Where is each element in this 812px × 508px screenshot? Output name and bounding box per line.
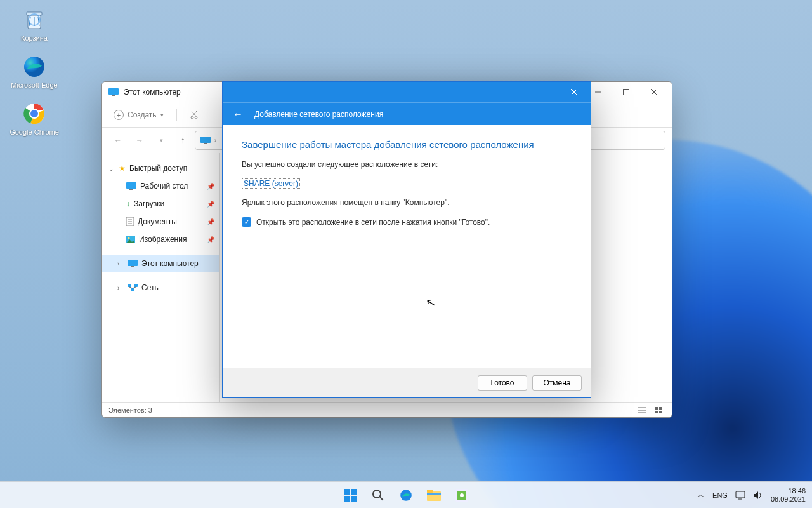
pin-icon: 📌 — [207, 201, 214, 208]
svg-point-13 — [191, 116, 193, 119]
plus-icon: + — [114, 110, 124, 120]
desktop-icon-chrome[interactable]: Google Chrome — [8, 100, 61, 136]
open-after-finish-label: Открыть это расположение в сети после на… — [256, 218, 490, 227]
sidebar-item-documents[interactable]: Документы 📌 — [102, 213, 219, 231]
taskbar-clock[interactable]: 18:46 08.09.2021 — [771, 487, 806, 503]
svg-line-48 — [380, 497, 383, 500]
taskbar-edge[interactable] — [395, 484, 417, 507]
desktop-icon-label: Microsoft Edge — [11, 81, 57, 89]
svg-rect-30 — [134, 284, 138, 287]
svg-point-26 — [128, 237, 130, 239]
svg-line-16 — [192, 111, 197, 116]
wizard-titlebar[interactable] — [223, 82, 591, 102]
sidebar-item-this-pc[interactable]: › Этот компьютер — [102, 255, 219, 272]
svg-line-32 — [129, 287, 133, 288]
svg-point-14 — [195, 116, 197, 119]
finish-button[interactable]: Готово — [478, 375, 527, 391]
this-pc-icon — [200, 137, 211, 144]
svg-line-33 — [133, 287, 136, 288]
clock-date: 08.09.2021 — [771, 495, 806, 504]
taskbar-app[interactable] — [450, 484, 473, 507]
input-language[interactable]: ENG — [712, 491, 728, 499]
svg-rect-7 — [108, 88, 119, 95]
wizard-close-button[interactable] — [560, 83, 588, 101]
open-after-finish-checkbox[interactable]: ✓ — [242, 217, 251, 227]
wizard-success-text: Вы успешно создали следующее расположени… — [242, 160, 572, 169]
svg-rect-31 — [131, 288, 134, 291]
cancel-button[interactable]: Отмена — [532, 375, 582, 391]
wizard-footer: Готово Отмена — [223, 368, 591, 397]
sidebar-item-label: Изображения — [139, 235, 187, 244]
wizard-shortcut-text: Ярлык этого расположения помещен в папку… — [242, 198, 572, 207]
desktop-icon-recycle-bin[interactable]: Корзина — [8, 6, 61, 42]
chevron-right-icon: › — [117, 260, 124, 267]
star-icon: ★ — [119, 164, 126, 173]
start-button[interactable] — [339, 484, 362, 507]
svg-line-15 — [192, 111, 196, 116]
svg-point-47 — [373, 490, 381, 498]
view-tiles-button[interactable] — [652, 404, 665, 417]
sidebar-item-quick-access[interactable]: ⌄ ★ Быстрый доступ — [102, 159, 219, 177]
explorer-sidebar: ⌄ ★ Быстрый доступ Рабочий стол 📌 ↓ Загр… — [102, 153, 220, 402]
svg-rect-28 — [131, 266, 134, 267]
network-tray-icon[interactable] — [735, 491, 745, 500]
nav-back-button[interactable]: ← — [108, 131, 128, 150]
search-button[interactable] — [367, 484, 390, 507]
tray-overflow-button[interactable]: ︿ — [697, 490, 705, 500]
pictures-icon — [126, 236, 135, 243]
svg-rect-8 — [112, 95, 115, 96]
network-icon — [128, 284, 138, 291]
chevron-right-icon: › — [117, 284, 124, 291]
svg-rect-46 — [351, 496, 357, 502]
sidebar-item-label: Сеть — [141, 283, 159, 292]
svg-rect-20 — [129, 189, 133, 190]
recycle-bin-icon — [21, 6, 48, 33]
sidebar-item-pictures[interactable]: Изображения 📌 — [102, 231, 219, 248]
chevron-right-icon: › — [214, 137, 216, 144]
clock-time: 18:46 — [771, 487, 806, 495]
status-item-count: Элементов: 3 — [108, 406, 152, 414]
sidebar-item-network[interactable]: › Сеть — [102, 279, 219, 297]
svg-rect-40 — [659, 411, 662, 413]
nav-forward-button[interactable]: → — [130, 131, 149, 150]
close-button[interactable] — [640, 83, 668, 102]
sidebar-item-label: Загрузки — [134, 199, 164, 208]
svg-rect-50 — [427, 491, 441, 501]
nav-up-button[interactable]: ↑ — [173, 131, 192, 150]
svg-rect-51 — [427, 490, 433, 493]
wizard-header: ← Добавление сетевого расположения — [223, 102, 591, 125]
svg-rect-39 — [655, 411, 658, 413]
this-pc-icon — [128, 260, 138, 267]
wizard-location-link[interactable]: SHARE (server) — [242, 178, 300, 189]
view-details-button[interactable] — [635, 404, 649, 417]
taskbar-center — [339, 484, 473, 507]
svg-rect-29 — [128, 284, 131, 287]
cut-button[interactable] — [183, 105, 205, 124]
desktop-icons: Корзина Microsoft Edge Google Chrome — [8, 6, 61, 147]
sidebar-item-label: Документы — [138, 217, 177, 226]
system-tray: ︿ ENG 18:46 08.09.2021 — [697, 487, 806, 503]
maximize-button[interactable] — [612, 83, 640, 102]
documents-icon — [126, 217, 134, 226]
explorer-status-bar: Элементов: 3 — [102, 402, 672, 417]
sidebar-item-downloads[interactable]: ↓ Загрузки 📌 — [102, 195, 219, 213]
chevron-down-icon: ▾ — [160, 112, 164, 118]
desktop-icon-label: Корзина — [21, 34, 48, 42]
edge-icon — [21, 53, 48, 80]
desktop-icon-edge[interactable]: Microsoft Edge — [8, 53, 61, 89]
nav-recent-button[interactable]: ▾ — [152, 131, 171, 150]
svg-rect-18 — [204, 143, 207, 144]
pin-icon: 📌 — [207, 218, 214, 225]
wizard-back-button[interactable]: ← — [233, 109, 243, 120]
sidebar-item-desktop[interactable]: Рабочий стол 📌 — [102, 177, 219, 195]
svg-point-55 — [460, 493, 464, 497]
volume-tray-icon[interactable] — [753, 491, 763, 500]
new-button[interactable]: + Создать ▾ — [107, 107, 170, 123]
svg-rect-43 — [344, 489, 350, 495]
this-pc-icon — [108, 88, 119, 96]
downloads-icon: ↓ — [126, 199, 130, 208]
wizard-header-label: Добавление сетевого расположения — [254, 110, 383, 119]
chevron-down-icon: ⌄ — [108, 165, 115, 172]
wizard-heading: Завершение работы мастера добавления сет… — [242, 139, 572, 150]
taskbar-explorer[interactable] — [422, 484, 445, 507]
